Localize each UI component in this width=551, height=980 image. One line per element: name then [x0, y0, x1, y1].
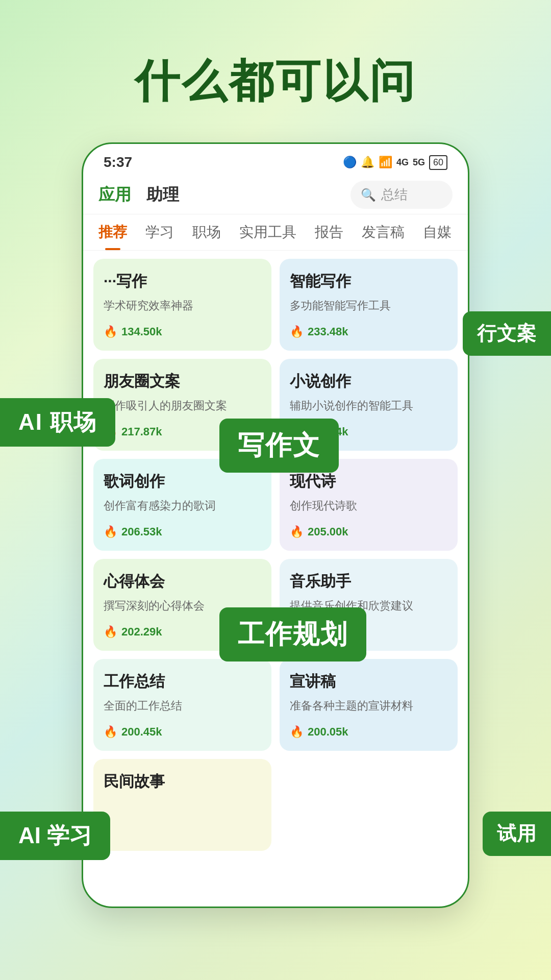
tab-assistant[interactable]: 助理 — [146, 184, 179, 206]
list-item[interactable]: 现代诗 创作现代诗歌 🔥 205.00k — [280, 459, 458, 551]
card-count: 🔥 233.48k — [290, 325, 447, 338]
count-value: 134.50k — [121, 325, 162, 338]
list-item[interactable]: 歌词创作 创作富有感染力的歌词 🔥 206.53k — [93, 459, 271, 551]
card-title: 心得体会 — [104, 571, 261, 592]
card-count: 🔥 206.53k — [104, 525, 261, 538]
card-desc: 准备各种主题的宣讲材料 — [290, 698, 447, 719]
search-placeholder-text: 总结 — [381, 186, 408, 204]
card-desc: 辅助小说创作的智能工具 — [290, 398, 447, 419]
battery-icon: 60 — [429, 155, 447, 170]
card-grid: ···写作 学术研究效率神器 🔥 134.50k 智能写作 多功能智能写作工具 … — [83, 251, 468, 859]
card-title: 歌词创作 — [104, 471, 261, 492]
status-icons: 🔵 🔔 📶 4G 5G 60 — [343, 155, 447, 170]
signal-5g-icon: 5G — [413, 157, 425, 168]
card-desc: 多功能智能写作工具 — [290, 298, 447, 319]
card-title: 音乐助手 — [290, 571, 447, 592]
list-item[interactable]: 宣讲稿 准备各种主题的宣讲材料 🔥 200.05k — [280, 659, 458, 751]
list-item[interactable]: 民间故事 — [93, 759, 271, 851]
bell-icon: 🔔 — [361, 156, 374, 169]
bluetooth-icon: 🔵 — [343, 156, 357, 169]
tab-bar: 应用 助理 🔍 总结 — [83, 176, 468, 214]
card-count: 🔥 205.00k — [290, 525, 447, 538]
list-item[interactable]: 智能写作 多功能智能写作工具 🔥 233.48k — [280, 259, 458, 351]
fire-icon: 🔥 — [104, 525, 117, 538]
badge-ai-workplace[interactable]: AI 职场 — [0, 398, 115, 447]
count-value: 206.53k — [121, 525, 162, 538]
count-value: 202.29k — [121, 625, 162, 639]
category-nav: 推荐 学习 职场 实用工具 报告 发言稿 自媒 — [83, 214, 468, 251]
card-desc: 创作吸引人的朋友圈文案 — [104, 398, 261, 419]
cat-recommend[interactable]: 推荐 — [98, 223, 127, 242]
badge-work-plan[interactable]: 工作规划 — [219, 607, 366, 662]
badge-copy-right[interactable]: 行文案 — [463, 311, 551, 356]
cat-tools[interactable]: 实用工具 — [239, 223, 296, 242]
card-title: 工作总结 — [104, 671, 261, 692]
fire-icon: 🔥 — [104, 625, 117, 639]
fire-icon: 🔥 — [104, 325, 117, 338]
wifi-icon: 📶 — [379, 156, 392, 169]
count-value: 200.45k — [121, 725, 162, 739]
count-value: 200.05k — [308, 725, 348, 739]
search-icon: 🔍 — [361, 188, 376, 202]
fire-icon: 🔥 — [290, 525, 304, 538]
main-title: 什么都可以问 — [0, 0, 551, 142]
list-item[interactable]: ···写作 学术研究效率神器 🔥 134.50k — [93, 259, 271, 351]
cat-study[interactable]: 学习 — [145, 223, 174, 242]
badge-write-article[interactable]: 写作文 — [219, 419, 339, 473]
count-value: 217.87k — [121, 425, 162, 438]
cat-report[interactable]: 报告 — [315, 223, 343, 242]
card-title: ···写作 — [104, 271, 261, 292]
list-item[interactable]: 工作总结 全面的工作总结 🔥 200.45k — [93, 659, 271, 751]
card-count: 🔥 134.50k — [104, 325, 261, 338]
badge-trial-right[interactable]: 试用 — [483, 812, 551, 856]
card-title: 小说创作 — [290, 371, 447, 392]
card-title: 智能写作 — [290, 271, 447, 292]
card-title: 朋友圈文案 — [104, 371, 261, 392]
card-desc: 全面的工作总结 — [104, 698, 261, 719]
card-title: 宣讲稿 — [290, 671, 447, 692]
search-box[interactable]: 🔍 总结 — [350, 181, 453, 209]
fire-icon: 🔥 — [290, 325, 304, 338]
card-title: 民间故事 — [104, 771, 261, 792]
card-title: 现代诗 — [290, 471, 447, 492]
count-value: 233.48k — [308, 325, 348, 338]
cat-speech[interactable]: 发言稿 — [362, 223, 405, 242]
phone-mockup: 5:37 🔵 🔔 📶 4G 5G 60 应用 助理 🔍 总结 推荐 学习 职场 … — [82, 142, 469, 908]
card-count: 🔥 200.45k — [104, 725, 261, 739]
cat-selfmedia[interactable]: 自媒 — [423, 223, 452, 242]
status-time: 5:37 — [104, 154, 132, 170]
card-desc: 创作富有感染力的歌词 — [104, 498, 261, 519]
card-desc: 创作现代诗歌 — [290, 498, 447, 519]
signal-4g-icon: 4G — [396, 157, 409, 168]
cat-workplace[interactable]: 职场 — [192, 223, 221, 242]
count-value: 205.00k — [308, 525, 348, 538]
fire-icon: 🔥 — [104, 725, 117, 739]
tab-apps[interactable]: 应用 — [98, 184, 131, 206]
card-count: 🔥 200.05k — [290, 725, 447, 739]
status-bar: 5:37 🔵 🔔 📶 4G 5G 60 — [83, 144, 468, 176]
card-desc: 学术研究效率神器 — [104, 298, 261, 319]
fire-icon: 🔥 — [290, 725, 304, 739]
badge-ai-study[interactable]: AI 学习 — [0, 812, 110, 860]
